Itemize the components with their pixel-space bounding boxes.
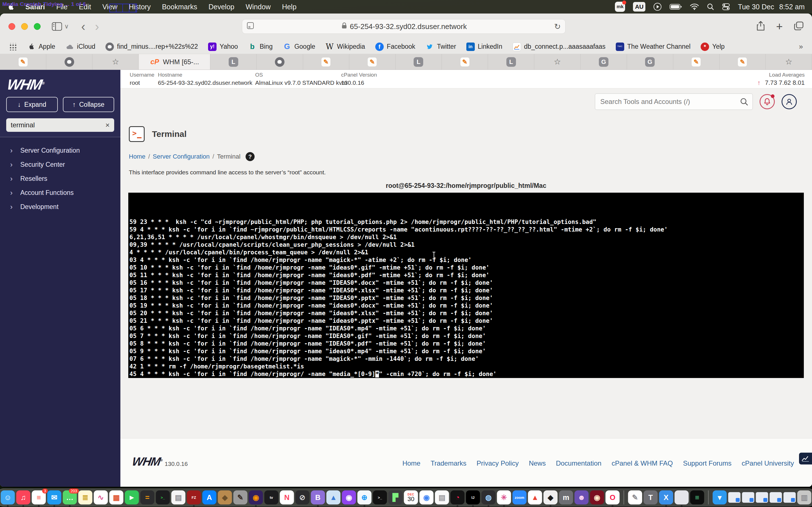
dock-item-notes-alt[interactable]: ✎: [628, 490, 642, 504]
dock-item-drop-folder[interactable]: ▾: [713, 490, 727, 504]
dock-item-terminal-dark[interactable]: >_: [156, 490, 170, 504]
menubar-clock[interactable]: 8:52 am: [779, 3, 805, 11]
dock-item-preview[interactable]: ▲: [326, 490, 341, 504]
analytics-corner-icon[interactable]: [799, 453, 812, 464]
breadcrumb-home-link[interactable]: Home: [129, 153, 146, 160]
dock-item-xcode[interactable]: X: [659, 490, 673, 504]
sidebar-chevron-icon[interactable]: ∨: [64, 23, 69, 30]
footer-link-news[interactable]: News: [529, 459, 546, 467]
search-icon[interactable]: [740, 98, 748, 107]
dock-item-window-dark[interactable]: ▛: [389, 490, 403, 504]
bookmark-yahoo[interactable]: y!Yahoo: [208, 43, 238, 51]
battery-icon[interactable]: [670, 4, 682, 10]
dock-item-intellij[interactable]: IJ: [466, 490, 480, 504]
bookmark-the-weather-channel[interactable]: TWCThe Weather Channel: [616, 43, 691, 51]
forward-button[interactable]: ›: [95, 20, 99, 33]
dock-item-krita[interactable]: ✳: [497, 490, 511, 504]
terminal-output[interactable]: 59 23 * * * ksh -c "cd ~rjmprogr/public_…: [128, 193, 804, 378]
notifications-button[interactable]: [760, 94, 775, 109]
dock-item-chrome[interactable]: ◉: [419, 490, 434, 504]
dock-item-terminal-light[interactable]: >_: [373, 490, 387, 504]
expand-all-button[interactable]: ↓Expand: [6, 97, 58, 112]
dock-item-notifier[interactable]: ◍: [481, 490, 496, 504]
account-button[interactable]: [781, 94, 797, 109]
dock-item-bear[interactable]: B: [311, 490, 325, 504]
dock-item-music[interactable]: ♫: [16, 490, 31, 504]
footer-link-cpanel-whm-faq[interactable]: cPanel & WHM FAQ: [612, 459, 673, 467]
whm-logo[interactable]: WHM®: [6, 76, 46, 93]
sidebar-search-input[interactable]: [11, 121, 105, 129]
dock-item-filezilla[interactable]: FZ: [187, 490, 201, 504]
control-center-icon[interactable]: [722, 3, 730, 10]
spotlight-icon[interactable]: [707, 3, 714, 10]
dock-item-terminal-matrix[interactable]: ≡: [690, 490, 704, 504]
frequently-visited-grid-icon[interactable]: [9, 43, 17, 50]
breadcrumb-server-config-link[interactable]: Server Configuration: [153, 153, 210, 160]
menu-item-bookmarks[interactable]: Bookmarks: [162, 3, 197, 11]
footer-link-documentation[interactable]: Documentation: [556, 459, 601, 467]
dock-item-firefox[interactable]: ◉: [249, 490, 263, 504]
dock-item-minimized-window[interactable]: [756, 492, 768, 503]
dock-item-reminders[interactable]: ≡3: [32, 490, 46, 504]
bookmark-wikipedia[interactable]: WWikipedia: [325, 43, 365, 51]
bookmark-facebook[interactable]: fFacebook: [375, 43, 415, 51]
address-bar[interactable]: 65-254-93-32.syd02.dsuser.network ↻: [242, 19, 566, 34]
dock-item-zoom[interactable]: zoom: [513, 490, 527, 504]
tab-star-11[interactable]: ☆: [534, 54, 580, 69]
help-icon[interactable]: ?: [246, 152, 255, 161]
dock-item-opera[interactable]: O: [606, 490, 620, 504]
wifi-icon[interactable]: [690, 3, 699, 10]
tab-whm-active[interactable]: cPWHM [65-...: [139, 54, 210, 69]
tab-letter-12[interactable]: G: [580, 54, 627, 69]
bookmark-icloud[interactable]: iCloud: [65, 43, 95, 51]
tab-pencil-7[interactable]: ✎: [349, 54, 396, 69]
dock-item-mail[interactable]: ✉: [47, 490, 61, 504]
sidebar-toggle-icon[interactable]: [52, 22, 62, 31]
share-icon[interactable]: [756, 21, 765, 32]
dock-item-minimized-window[interactable]: [770, 492, 782, 503]
dock-item-inkscape[interactable]: ◆: [544, 490, 558, 504]
dock-item-app-store[interactable]: A: [202, 490, 216, 504]
tab-star-16[interactable]: ☆: [766, 54, 812, 69]
bookmark-find-minus-rep-22s-22[interactable]: find_minus....rep+%22s%22: [105, 43, 198, 51]
menubar-date[interactable]: Tue 30 Dec: [738, 3, 774, 11]
dock-item-apple-tv[interactable]: tv: [264, 490, 278, 504]
sidebar-item-server-configuration[interactable]: ›Server Configuration: [0, 144, 120, 158]
bookmark-twitter[interactable]: Twitter: [425, 43, 456, 51]
dock-item-news[interactable]: N: [280, 490, 294, 504]
tab-pencil-0[interactable]: ✎: [0, 54, 46, 69]
bookmark-db-connect-p-aaasaaafaas[interactable]: db_connect.p...aaasaaafaas: [513, 43, 606, 51]
tab-letter-13[interactable]: G: [627, 54, 673, 69]
dock-item-safari[interactable]: ⊕: [357, 490, 371, 504]
dock-item-textedit[interactable]: ▤: [171, 490, 186, 504]
minimize-window-button[interactable]: [21, 23, 28, 30]
dock-item-minimized-window[interactable]: [728, 492, 741, 503]
menu-item-develop[interactable]: Develop: [208, 3, 234, 11]
dock-item-minimized-window[interactable]: [742, 492, 755, 503]
dock-item-translate[interactable]: T: [644, 490, 658, 504]
footer-link-privacy-policy[interactable]: Privacy Policy: [476, 459, 518, 467]
tab-gh-5[interactable]: [257, 54, 303, 69]
menu-item-window[interactable]: Window: [246, 3, 271, 11]
tab-pencil-6[interactable]: ✎: [303, 54, 349, 69]
sidebar-item-development[interactable]: ›Development: [0, 200, 120, 214]
dock-item-photo-booth[interactable]: ◉: [590, 490, 604, 504]
bookmark-yelp[interactable]: *Yelp: [701, 43, 725, 51]
dock-item-trash[interactable]: ▥: [797, 490, 811, 504]
input-source-indicator[interactable]: AU: [633, 2, 645, 11]
dock-item-calculator[interactable]: =: [140, 490, 154, 504]
status-app-icon[interactable]: mk: [615, 2, 625, 12]
bookmark-apple[interactable]: Apple: [27, 43, 55, 51]
clear-search-icon[interactable]: ×: [105, 121, 110, 129]
close-window-button[interactable]: [8, 23, 15, 30]
footer-link-cpanel-university[interactable]: cPanel University: [742, 459, 794, 467]
tools-search-input[interactable]: [595, 94, 753, 110]
dock-item-blocked-app[interactable]: ⊘: [296, 490, 310, 504]
sidebar-item-account-functions[interactable]: ›Account Functions: [0, 186, 120, 200]
bookmark-linkedin[interactable]: inLinkedIn: [466, 43, 502, 51]
dock-item-messages[interactable]: …203: [63, 490, 77, 504]
back-button[interactable]: ‹: [81, 20, 86, 33]
now-playing-icon[interactable]: [653, 3, 662, 11]
dock-item-app-grid[interactable]: ▦: [109, 490, 123, 504]
zoom-window-button[interactable]: [34, 23, 41, 30]
